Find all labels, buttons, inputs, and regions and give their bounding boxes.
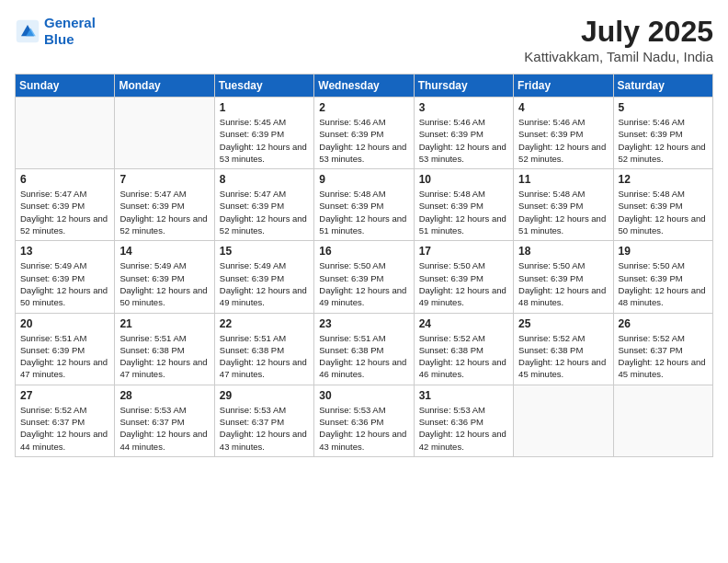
calendar-cell: 13Sunrise: 5:49 AM Sunset: 6:39 PM Dayli… xyxy=(16,241,115,313)
day-info: Sunrise: 5:51 AM Sunset: 6:38 PM Dayligh… xyxy=(119,332,209,381)
calendar-cell: 11Sunrise: 5:48 AM Sunset: 6:39 PM Dayli… xyxy=(514,169,613,241)
calendar-cell: 7Sunrise: 5:47 AM Sunset: 6:39 PM Daylig… xyxy=(115,169,214,241)
day-info: Sunrise: 5:45 AM Sunset: 6:39 PM Dayligh… xyxy=(220,116,309,165)
day-info: Sunrise: 5:53 AM Sunset: 6:37 PM Dayligh… xyxy=(119,404,209,453)
calendar-cell: 8Sunrise: 5:47 AM Sunset: 6:39 PM Daylig… xyxy=(214,169,313,241)
calendar-table: SundayMondayTuesdayWednesdayThursdayFrid… xyxy=(15,74,713,457)
day-info: Sunrise: 5:51 AM Sunset: 6:39 PM Dayligh… xyxy=(20,332,109,381)
calendar-cell: 30Sunrise: 5:53 AM Sunset: 6:36 PM Dayli… xyxy=(314,385,414,456)
calendar-cell xyxy=(514,385,613,456)
calendar-cell: 14Sunrise: 5:49 AM Sunset: 6:39 PM Dayli… xyxy=(115,241,214,313)
day-number: 3 xyxy=(419,101,508,114)
calendar-cell: 31Sunrise: 5:53 AM Sunset: 6:36 PM Dayli… xyxy=(414,385,513,456)
calendar-cell: 2Sunrise: 5:46 AM Sunset: 6:39 PM Daylig… xyxy=(314,98,414,169)
day-number: 28 xyxy=(119,389,209,402)
day-info: Sunrise: 5:46 AM Sunset: 6:39 PM Dayligh… xyxy=(518,116,608,165)
calendar-cell: 15Sunrise: 5:49 AM Sunset: 6:39 PM Dayli… xyxy=(214,241,313,313)
logo-icon xyxy=(15,18,40,44)
day-info: Sunrise: 5:53 AM Sunset: 6:36 PM Dayligh… xyxy=(319,404,408,453)
column-header-monday: Monday xyxy=(115,75,214,98)
day-number: 4 xyxy=(518,101,608,114)
day-number: 29 xyxy=(220,389,309,402)
day-info: Sunrise: 5:53 AM Sunset: 6:36 PM Dayligh… xyxy=(419,404,508,453)
day-info: Sunrise: 5:49 AM Sunset: 6:39 PM Dayligh… xyxy=(220,259,309,308)
day-number: 23 xyxy=(319,317,408,330)
column-header-saturday: Saturday xyxy=(613,75,712,98)
calendar-cell: 24Sunrise: 5:52 AM Sunset: 6:38 PM Dayli… xyxy=(414,313,513,385)
day-info: Sunrise: 5:52 AM Sunset: 6:37 PM Dayligh… xyxy=(20,404,109,453)
day-number: 5 xyxy=(619,101,708,114)
calendar-cell: 28Sunrise: 5:53 AM Sunset: 6:37 PM Dayli… xyxy=(115,385,214,456)
logo: General Blue xyxy=(15,15,96,48)
calendar-cell xyxy=(613,385,712,456)
calendar-cell: 12Sunrise: 5:48 AM Sunset: 6:39 PM Dayli… xyxy=(613,169,712,241)
day-number: 8 xyxy=(220,173,309,186)
day-number: 17 xyxy=(419,245,508,258)
day-number: 10 xyxy=(419,173,508,186)
day-number: 18 xyxy=(518,245,608,258)
calendar-cell xyxy=(16,98,115,169)
day-info: Sunrise: 5:50 AM Sunset: 6:39 PM Dayligh… xyxy=(419,259,508,308)
day-number: 1 xyxy=(220,101,309,114)
day-number: 30 xyxy=(319,389,408,402)
calendar-week-4: 20Sunrise: 5:51 AM Sunset: 6:39 PM Dayli… xyxy=(16,313,713,385)
day-number: 13 xyxy=(20,245,109,258)
calendar-cell: 29Sunrise: 5:53 AM Sunset: 6:37 PM Dayli… xyxy=(214,385,313,456)
day-info: Sunrise: 5:52 AM Sunset: 6:38 PM Dayligh… xyxy=(518,332,608,381)
calendar-cell: 21Sunrise: 5:51 AM Sunset: 6:38 PM Dayli… xyxy=(115,313,214,385)
day-info: Sunrise: 5:46 AM Sunset: 6:39 PM Dayligh… xyxy=(619,116,708,165)
calendar-cell: 23Sunrise: 5:51 AM Sunset: 6:38 PM Dayli… xyxy=(314,313,414,385)
calendar-cell: 22Sunrise: 5:51 AM Sunset: 6:38 PM Dayli… xyxy=(214,313,313,385)
day-info: Sunrise: 5:48 AM Sunset: 6:39 PM Dayligh… xyxy=(419,188,508,236)
column-header-wednesday: Wednesday xyxy=(314,75,414,98)
calendar-cell xyxy=(115,98,214,169)
calendar-header-row: SundayMondayTuesdayWednesdayThursdayFrid… xyxy=(16,75,713,98)
page-header: General Blue July 2025 Kattivakkam, Tami… xyxy=(15,15,713,64)
day-info: Sunrise: 5:49 AM Sunset: 6:39 PM Dayligh… xyxy=(119,259,209,308)
day-info: Sunrise: 5:51 AM Sunset: 6:38 PM Dayligh… xyxy=(220,332,309,381)
column-header-sunday: Sunday xyxy=(16,75,115,98)
calendar-cell: 6Sunrise: 5:47 AM Sunset: 6:39 PM Daylig… xyxy=(16,169,115,241)
column-header-friday: Friday xyxy=(514,75,613,98)
calendar-week-3: 13Sunrise: 5:49 AM Sunset: 6:39 PM Dayli… xyxy=(16,241,713,313)
calendar-cell: 16Sunrise: 5:50 AM Sunset: 6:39 PM Dayli… xyxy=(314,241,414,313)
day-info: Sunrise: 5:48 AM Sunset: 6:39 PM Dayligh… xyxy=(319,188,408,236)
day-info: Sunrise: 5:46 AM Sunset: 6:39 PM Dayligh… xyxy=(419,116,508,165)
day-number: 12 xyxy=(619,173,708,186)
day-number: 25 xyxy=(518,317,608,330)
day-number: 15 xyxy=(220,245,309,258)
calendar-cell: 26Sunrise: 5:52 AM Sunset: 6:37 PM Dayli… xyxy=(613,313,712,385)
calendar-cell: 19Sunrise: 5:50 AM Sunset: 6:39 PM Dayli… xyxy=(613,241,712,313)
day-info: Sunrise: 5:50 AM Sunset: 6:39 PM Dayligh… xyxy=(319,259,408,308)
calendar-cell: 5Sunrise: 5:46 AM Sunset: 6:39 PM Daylig… xyxy=(613,98,712,169)
day-number: 27 xyxy=(20,389,109,402)
day-number: 19 xyxy=(619,245,708,258)
logo-text: General Blue xyxy=(44,15,96,48)
calendar-cell: 17Sunrise: 5:50 AM Sunset: 6:39 PM Dayli… xyxy=(414,241,513,313)
day-info: Sunrise: 5:48 AM Sunset: 6:39 PM Dayligh… xyxy=(619,188,708,236)
day-info: Sunrise: 5:47 AM Sunset: 6:39 PM Dayligh… xyxy=(220,188,309,236)
day-info: Sunrise: 5:47 AM Sunset: 6:39 PM Dayligh… xyxy=(119,188,209,236)
day-info: Sunrise: 5:50 AM Sunset: 6:39 PM Dayligh… xyxy=(518,259,608,308)
column-header-tuesday: Tuesday xyxy=(214,75,313,98)
calendar-week-1: 1Sunrise: 5:45 AM Sunset: 6:39 PM Daylig… xyxy=(16,98,713,169)
calendar-cell: 1Sunrise: 5:45 AM Sunset: 6:39 PM Daylig… xyxy=(214,98,313,169)
calendar-week-5: 27Sunrise: 5:52 AM Sunset: 6:37 PM Dayli… xyxy=(16,385,713,456)
day-number: 22 xyxy=(220,317,309,330)
day-number: 14 xyxy=(119,245,209,258)
title-block: July 2025 Kattivakkam, Tamil Nadu, India xyxy=(524,15,713,64)
calendar-cell: 20Sunrise: 5:51 AM Sunset: 6:39 PM Dayli… xyxy=(16,313,115,385)
day-info: Sunrise: 5:46 AM Sunset: 6:39 PM Dayligh… xyxy=(319,116,408,165)
day-number: 11 xyxy=(518,173,608,186)
day-number: 6 xyxy=(20,173,109,186)
calendar-cell: 18Sunrise: 5:50 AM Sunset: 6:39 PM Dayli… xyxy=(514,241,613,313)
day-number: 16 xyxy=(319,245,408,258)
day-number: 2 xyxy=(319,101,408,114)
day-number: 9 xyxy=(319,173,408,186)
calendar-week-2: 6Sunrise: 5:47 AM Sunset: 6:39 PM Daylig… xyxy=(16,169,713,241)
day-number: 20 xyxy=(20,317,109,330)
day-info: Sunrise: 5:50 AM Sunset: 6:39 PM Dayligh… xyxy=(619,259,708,308)
column-header-thursday: Thursday xyxy=(414,75,513,98)
main-title: July 2025 xyxy=(524,15,713,49)
day-info: Sunrise: 5:51 AM Sunset: 6:38 PM Dayligh… xyxy=(319,332,408,381)
